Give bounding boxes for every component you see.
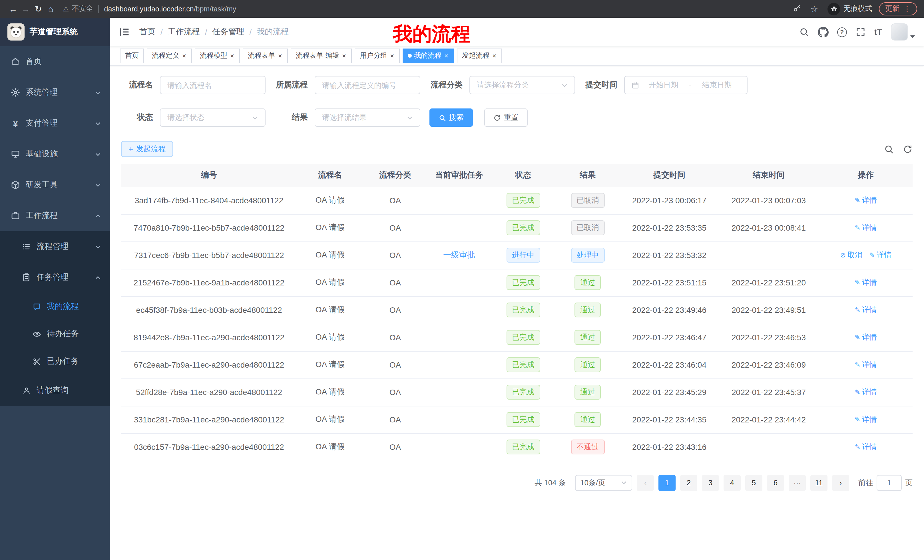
- tab-my-process[interactable]: 我的流程 ×: [403, 48, 454, 63]
- detail-link[interactable]: ✎详情: [855, 223, 877, 233]
- page-number[interactable]: 2: [680, 475, 697, 491]
- close-icon[interactable]: ×: [444, 52, 449, 60]
- scissors-icon: [32, 357, 41, 365]
- page-number[interactable]: 1: [658, 475, 676, 491]
- page-number[interactable]: 6: [767, 475, 784, 491]
- sidebar-item-task-mgmt[interactable]: 任务管理: [0, 262, 110, 293]
- top-navbar: 首页 / 工作流程 / 任务管理 / 我的流程 我的流程 ?: [110, 18, 924, 46]
- hide-search-icon[interactable]: [884, 144, 894, 154]
- result-badge: 不通过: [571, 440, 604, 454]
- home-icon[interactable]: ⌂: [45, 4, 57, 14]
- close-icon[interactable]: ×: [492, 52, 497, 60]
- detail-link[interactable]: ✎详情: [855, 305, 877, 315]
- sidebar-item-system[interactable]: 系统管理: [0, 77, 110, 108]
- tab-home[interactable]: 首页: [120, 48, 144, 63]
- close-icon[interactable]: ×: [182, 52, 187, 60]
- start-process-button[interactable]: + 发起流程: [121, 141, 173, 157]
- detail-link[interactable]: ✎详情: [855, 415, 877, 425]
- breadcrumb-item[interactable]: 首页: [140, 27, 155, 37]
- tab-process-form-edit[interactable]: 流程表单-编辑 ×: [291, 48, 352, 63]
- tab-process-form[interactable]: 流程表单 ×: [243, 48, 288, 63]
- sidebar-item-done-tasks[interactable]: 已办任务: [0, 347, 110, 375]
- process-category-select[interactable]: 请选择流程分类: [470, 76, 575, 94]
- column-header: 结果: [555, 164, 620, 187]
- address-bar[interactable]: ⚠ 不安全 dashboard.yudao.iocoder.cn /bpm/ta…: [63, 4, 793, 14]
- reset-button[interactable]: 重置: [484, 108, 528, 127]
- goto-page-input[interactable]: [877, 475, 902, 491]
- forward-icon[interactable]: →: [20, 4, 32, 14]
- field-label: 流程分类: [429, 80, 463, 90]
- close-icon[interactable]: ×: [390, 52, 394, 60]
- process-name-input[interactable]: [160, 76, 266, 94]
- home-menu-icon: [11, 57, 20, 66]
- close-icon[interactable]: ×: [342, 52, 346, 60]
- cell-task: [427, 433, 491, 461]
- process-name-input-field[interactable]: [167, 81, 258, 89]
- detail-link[interactable]: ✎详情: [855, 332, 877, 343]
- tab-process-definition[interactable]: 流程定义 ×: [147, 48, 192, 63]
- cell-task: [427, 379, 491, 406]
- close-icon[interactable]: ×: [278, 52, 283, 60]
- sidebar-item-my-process[interactable]: 我的流程: [0, 293, 110, 320]
- refresh-table-icon[interactable]: [903, 144, 913, 154]
- browser-chrome: ← → ↻ ⌂ ⚠ 不安全 dashboard.yudao.iocoder.cn…: [0, 0, 924, 18]
- status-select[interactable]: 请选择状态: [160, 108, 266, 127]
- result-select[interactable]: 请选择流结果: [315, 108, 420, 127]
- page-number[interactable]: 5: [745, 475, 762, 491]
- page-number[interactable]: 4: [723, 475, 741, 491]
- sidebar-item-todo-tasks[interactable]: 待办任务: [0, 320, 110, 347]
- user-menu[interactable]: [891, 23, 915, 40]
- fullscreen-icon[interactable]: [855, 27, 866, 37]
- update-button[interactable]: 更新 ⋮: [879, 2, 917, 15]
- font-size-icon[interactable]: tT: [874, 27, 882, 36]
- table-row: 7317cec6-7b9b-11ec-b5b7-acde48001122 OA …: [121, 241, 913, 269]
- sidebar-item-label: 已办任务: [47, 356, 79, 367]
- next-page-button[interactable]: ›: [832, 475, 849, 491]
- process-definition-input-field[interactable]: [322, 81, 413, 89]
- detail-link[interactable]: ✎详情: [855, 442, 877, 452]
- page-number[interactable]: 3: [702, 475, 719, 491]
- password-key-icon[interactable]: [793, 4, 801, 14]
- page-number[interactable]: 11: [810, 475, 828, 491]
- cancel-link[interactable]: ⊘取消: [840, 250, 862, 260]
- sidebar-item-payment[interactable]: ¥ 支付管理: [0, 108, 110, 139]
- tab-start-process[interactable]: 发起流程 ×: [457, 48, 502, 63]
- filter-status: 状态 请选择状态: [121, 108, 266, 127]
- close-icon[interactable]: ×: [230, 52, 235, 60]
- submit-time-range-picker[interactable]: 开始日期 - 结束日期: [624, 76, 747, 94]
- breadcrumb-item[interactable]: 工作流程: [168, 27, 200, 37]
- prev-page-button[interactable]: ‹: [637, 475, 654, 491]
- back-icon[interactable]: ←: [7, 4, 20, 14]
- tab-process-model[interactable]: 流程模型 ×: [195, 48, 240, 63]
- github-icon[interactable]: [818, 27, 829, 37]
- detail-link[interactable]: ✎详情: [855, 359, 877, 370]
- sidebar-item-home[interactable]: 首页: [0, 46, 110, 77]
- page-size-select[interactable]: 10条/页: [575, 475, 632, 491]
- process-definition-input[interactable]: [315, 76, 420, 94]
- sidebar-item-leave-query[interactable]: 请假查询: [0, 375, 110, 406]
- search-icon[interactable]: [799, 27, 809, 37]
- sidebar-item-infra[interactable]: 基础设施: [0, 139, 110, 169]
- select-placeholder: 请选择流程分类: [477, 80, 529, 90]
- refresh-icon[interactable]: ↻: [32, 4, 45, 14]
- breadcrumb-item[interactable]: 任务管理: [213, 27, 244, 37]
- detail-link[interactable]: ✎详情: [855, 277, 877, 288]
- status-badge: 已完成: [506, 412, 540, 427]
- current-task-link[interactable]: 一级审批: [443, 250, 475, 260]
- sidebar-item-devtools[interactable]: 研发工具: [0, 169, 110, 201]
- help-icon[interactable]: ?: [837, 27, 847, 37]
- detail-link[interactable]: ✎详情: [869, 250, 891, 260]
- detail-link[interactable]: ✎详情: [855, 387, 877, 397]
- bookmark-star-icon[interactable]: ☆: [808, 4, 820, 14]
- search-button[interactable]: 搜索: [429, 108, 473, 127]
- calendar-icon: [632, 81, 639, 89]
- browser-menu-icon[interactable]: ⋮: [903, 4, 911, 13]
- sidebar-toggle-icon[interactable]: [119, 26, 130, 38]
- detail-link[interactable]: ✎详情: [855, 195, 877, 205]
- sidebar-item-workflow[interactable]: 工作流程: [0, 201, 110, 231]
- tab-user-group[interactable]: 用户分组 ×: [355, 48, 400, 63]
- sidebar-item-process-mgmt[interactable]: 流程管理: [0, 231, 110, 262]
- monitor-icon: [11, 150, 20, 159]
- start-process-label: 发起流程: [136, 144, 166, 154]
- more-pages-button[interactable]: ···: [789, 475, 806, 491]
